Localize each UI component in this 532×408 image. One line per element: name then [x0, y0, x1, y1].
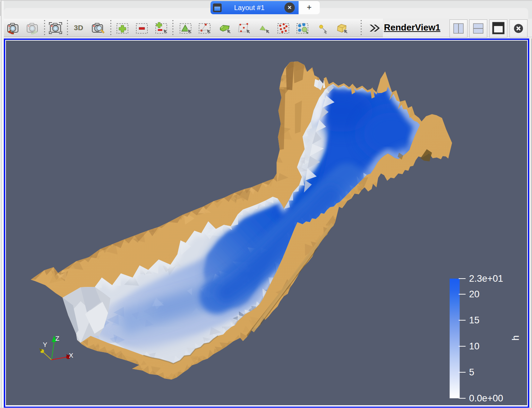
svg-text:2.3e+01: 2.3e+01 — [469, 273, 503, 284]
svg-text:15: 15 — [469, 315, 479, 325]
svg-text:Y: Y — [43, 341, 47, 348]
svg-text:h: h — [510, 335, 521, 340]
svg-text:20: 20 — [469, 289, 479, 299]
svg-text:5: 5 — [469, 367, 474, 377]
svg-text:10: 10 — [469, 341, 479, 351]
svg-text:Z: Z — [55, 335, 59, 342]
svg-text:0.0e+00: 0.0e+00 — [469, 393, 503, 403]
svg-text:X: X — [69, 352, 73, 359]
